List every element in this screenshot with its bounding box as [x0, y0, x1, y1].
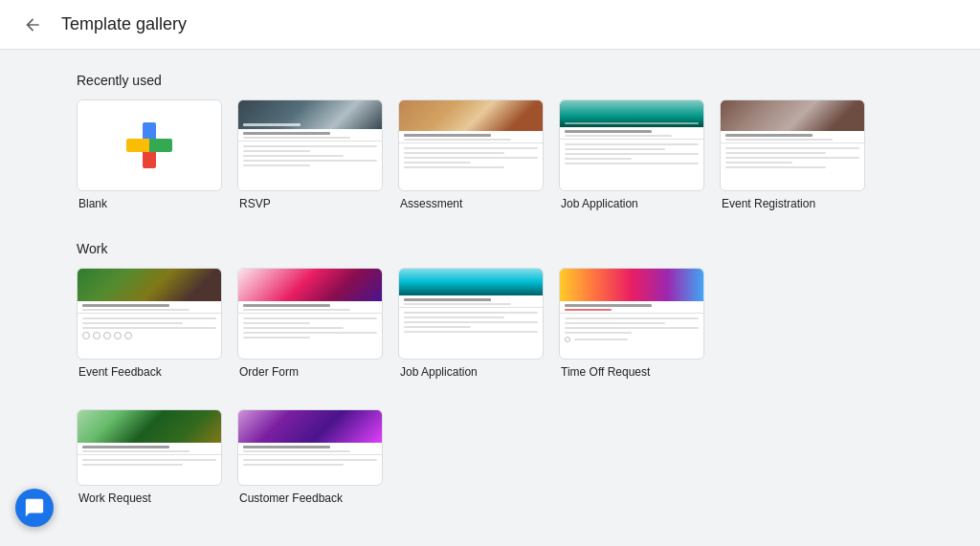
template-label-customer-feedback: Customer Feedback [237, 491, 383, 505]
work-grid: Event Feedback [77, 268, 903, 379]
preview-assessment [399, 100, 543, 190]
section-work: Work [77, 241, 903, 505]
template-label-blank: Blank [77, 197, 222, 210]
template-thumb-rsvp[interactable] [237, 99, 383, 191]
template-label-event-registration: Event Registration [720, 197, 865, 210]
section-recently-used: Recently used Blank [77, 73, 903, 210]
fab-area [15, 489, 54, 527]
preview-event-feedback [78, 269, 221, 359]
header: Template gallery [0, 0, 980, 50]
template-thumb-assessment[interactable] [398, 99, 544, 191]
template-label-time-off-request: Time Off Request [559, 365, 704, 379]
back-button[interactable] [15, 8, 50, 42]
template-label-event-feedback: Event Feedback [77, 365, 222, 379]
template-card-blank[interactable]: Blank [77, 99, 222, 210]
chat-fab-button[interactable] [15, 489, 54, 527]
template-card-customer-feedback[interactable]: Customer Feedback [237, 409, 383, 505]
page-title: Template gallery [61, 14, 187, 34]
template-thumb-customer-feedback[interactable] [237, 409, 383, 486]
template-card-event-registration[interactable]: Event Registration [720, 99, 865, 210]
template-label-job-application-1: Job Application [559, 197, 704, 210]
template-card-job-application-1[interactable]: Job Application [559, 99, 704, 210]
template-thumb-work-request[interactable] [77, 409, 222, 486]
preview-time-off-request [560, 269, 703, 359]
template-thumb-job-application-2[interactable] [398, 268, 544, 360]
template-card-job-application-2[interactable]: Job Application [398, 268, 544, 379]
preview-event-registration [721, 100, 864, 190]
template-thumb-blank[interactable] [77, 99, 222, 191]
template-label-work-request: Work Request [77, 491, 222, 505]
preview-job-app-2 [399, 269, 543, 359]
section-title-work: Work [77, 241, 903, 256]
template-label-assessment: Assessment [398, 197, 544, 210]
preview-customer-feedback [238, 410, 382, 485]
template-label-order-form: Order Form [237, 365, 383, 379]
preview-work-request [78, 410, 221, 485]
template-card-order-form[interactable]: Order Form [237, 268, 383, 379]
section-title-recently-used: Recently used [77, 73, 903, 88]
template-card-work-request[interactable]: Work Request [77, 409, 222, 505]
preview-rsvp [238, 100, 382, 190]
template-thumb-job-application-1[interactable] [559, 99, 704, 191]
work-grid-2: Work Request [77, 409, 903, 505]
template-thumb-event-registration[interactable] [720, 99, 865, 191]
template-card-assessment[interactable]: Assessment [398, 99, 544, 210]
recently-used-grid: Blank [77, 99, 903, 210]
template-label-job-application-2: Job Application [398, 365, 544, 379]
main-content: Recently used Blank [0, 50, 980, 546]
template-card-rsvp[interactable]: RSVP [237, 99, 383, 210]
preview-order-form [238, 269, 382, 359]
template-thumb-order-form[interactable] [237, 268, 383, 360]
template-card-event-feedback[interactable]: Event Feedback [77, 268, 222, 379]
template-thumb-time-off-request[interactable] [559, 268, 704, 360]
google-plus-icon [126, 122, 172, 168]
template-label-rsvp: RSVP [237, 197, 383, 210]
template-card-time-off-request[interactable]: Time Off Request [559, 268, 704, 379]
preview-job-app-1 [560, 100, 703, 190]
template-thumb-event-feedback[interactable] [77, 268, 222, 360]
